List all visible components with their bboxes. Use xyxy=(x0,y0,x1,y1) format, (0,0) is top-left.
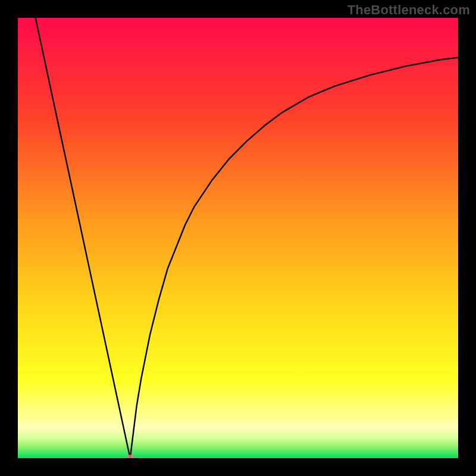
chart-frame: TheBottleneck.com xyxy=(0,0,476,476)
watermark-text: TheBottleneck.com xyxy=(347,2,470,18)
chart-background xyxy=(18,18,458,458)
chart-plot-area xyxy=(18,18,458,458)
chart-svg xyxy=(18,18,458,458)
